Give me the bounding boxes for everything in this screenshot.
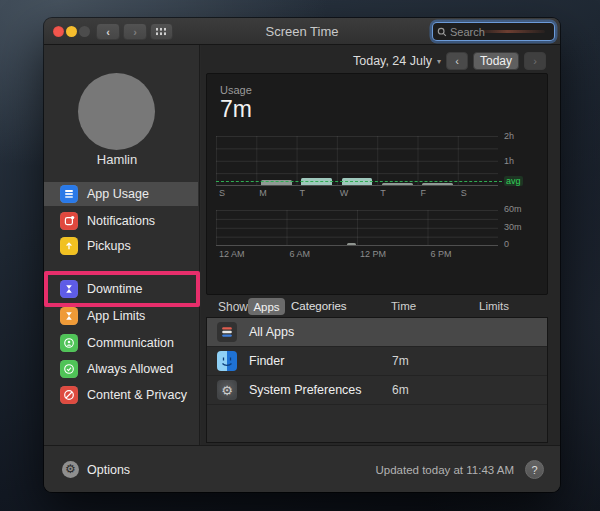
sidebar-item-app-limits[interactable]: App Limits	[44, 304, 198, 328]
column-header-limits: Limits	[479, 300, 509, 312]
app-name: All Apps	[249, 325, 294, 339]
footer-bar: ⚙ Options Updated today at 11:43 AM ?	[44, 445, 560, 492]
x-axis-label: T	[300, 188, 306, 198]
average-label: avg	[504, 176, 523, 186]
hourly-usage-chart	[216, 210, 498, 246]
main-content: Today, 24 July ▾ ‹ Today › Usage 7m SMTW…	[201, 45, 560, 445]
question-mark-icon: ?	[531, 464, 537, 476]
sidebar-item-label: Downtime	[87, 282, 143, 296]
x-axis-label: 6 PM	[431, 249, 452, 259]
x-axis-label: S	[219, 188, 225, 198]
y-tick-1h: 1h	[504, 156, 514, 166]
sidebar-item-notifications[interactable]: Notifications	[44, 209, 198, 233]
weekly-usage-chart	[216, 136, 498, 186]
sidebar-item-label: Always Allowed	[87, 362, 173, 376]
column-header-time: Time	[391, 300, 416, 312]
y-tick-0: 0	[504, 239, 509, 249]
x-axis-label: W	[340, 188, 349, 198]
segment-categories[interactable]: Categories	[291, 300, 347, 312]
gear-icon: ⚙	[62, 461, 79, 478]
app-name: Finder	[249, 354, 284, 368]
always-allowed-icon	[60, 360, 78, 378]
options-label: Options	[87, 463, 130, 477]
average-line	[216, 181, 502, 182]
sidebar-item-label: Notifications	[87, 214, 155, 228]
search-field-smudge	[477, 30, 545, 33]
app-time: 6m	[392, 383, 409, 397]
usage-bar	[347, 243, 356, 245]
usage-label: Usage	[220, 84, 252, 96]
search-icon	[437, 27, 447, 37]
x-axis-label: T	[380, 188, 386, 198]
chevron-left-icon: ‹	[455, 55, 459, 67]
notifications-icon	[60, 212, 78, 230]
app-limits-icon	[60, 307, 78, 325]
y-tick-60m: 60m	[504, 204, 522, 214]
x-axis-label: S	[461, 188, 467, 198]
sidebar-item-content-privacy[interactable]: Content & Privacy	[44, 383, 198, 407]
gear-icon: ⚙	[221, 383, 233, 398]
usage-chart-panel: Usage 7m SMTWTFS 2h 1h avg 12 AM6 AM12 P…	[206, 73, 548, 295]
sidebar: Hamlin App Usage Notifications Pickups D…	[44, 45, 200, 445]
usage-bar	[382, 183, 413, 185]
sidebar-item-label: Communication	[87, 336, 174, 350]
x-axis-label: M	[259, 188, 267, 198]
weekly-axis-labels: SMTWTFS	[216, 188, 498, 199]
usage-bar	[422, 183, 453, 185]
app-name: System Preferences	[249, 383, 362, 397]
hourly-axis-labels: 12 AM6 AM12 PM6 PM	[216, 249, 498, 260]
next-day-button[interactable]: ›	[524, 52, 546, 70]
list-item-system-preferences[interactable]: ⚙ System Preferences 6m	[207, 376, 547, 405]
y-tick-30m: 30m	[504, 222, 522, 232]
search-field[interactable]	[433, 23, 554, 40]
sidebar-item-downtime[interactable]: Downtime	[44, 277, 198, 301]
app-usage-icon	[60, 185, 78, 203]
previous-day-button[interactable]: ‹	[446, 52, 468, 70]
usage-total: 7m	[220, 96, 252, 123]
sidebar-item-communication[interactable]: Communication	[44, 331, 198, 355]
x-axis-label: 12 AM	[219, 249, 245, 259]
show-label: Show:	[218, 300, 251, 314]
list-item-finder[interactable]: Finder 7m	[207, 347, 547, 376]
sidebar-item-label: App Limits	[87, 309, 145, 323]
content-privacy-icon	[60, 386, 78, 404]
avatar	[78, 73, 155, 150]
sidebar-item-label: App Usage	[87, 187, 149, 201]
app-usage-list: All Apps Finder 7m ⚙ System Preferences …	[206, 317, 548, 443]
help-button[interactable]: ?	[525, 460, 544, 479]
x-axis-label: F	[420, 188, 426, 198]
today-button[interactable]: Today	[473, 52, 519, 70]
sidebar-item-pickups[interactable]: Pickups	[44, 234, 198, 258]
sidebar-item-label: Content & Privacy	[87, 388, 187, 402]
updated-timestamp: Updated today at 11:43 AM	[375, 464, 514, 476]
all-apps-icon	[217, 322, 237, 342]
segment-apps[interactable]: Apps	[248, 298, 285, 315]
options-button[interactable]: ⚙ Options	[62, 461, 130, 478]
date-dropdown[interactable]: Today, 24 July	[353, 54, 432, 68]
x-axis-label: 6 AM	[290, 249, 311, 259]
sidebar-item-app-usage[interactable]: App Usage	[44, 182, 198, 206]
app-time: 7m	[392, 354, 409, 368]
user-name: Hamlin	[44, 152, 190, 167]
system-preferences-icon: ⚙	[217, 380, 237, 400]
downtime-icon	[60, 280, 78, 298]
communication-icon	[60, 334, 78, 352]
finder-icon	[217, 351, 237, 371]
y-tick-2h: 2h	[504, 131, 514, 141]
list-item-all-apps[interactable]: All Apps	[207, 318, 547, 347]
screen-time-window: ‹ › Screen Time Hamlin App Usage	[44, 18, 560, 492]
sidebar-item-label: Pickups	[87, 239, 131, 253]
pickups-icon	[60, 237, 78, 255]
chevron-down-icon: ▾	[437, 57, 441, 66]
titlebar[interactable]: ‹ › Screen Time	[44, 18, 560, 45]
x-axis-label: 12 PM	[360, 249, 386, 259]
show-filter-row: Show: Apps Categories Time Limits	[206, 297, 548, 317]
chevron-right-icon: ›	[533, 55, 537, 67]
sidebar-item-always-allowed[interactable]: Always Allowed	[44, 357, 198, 381]
